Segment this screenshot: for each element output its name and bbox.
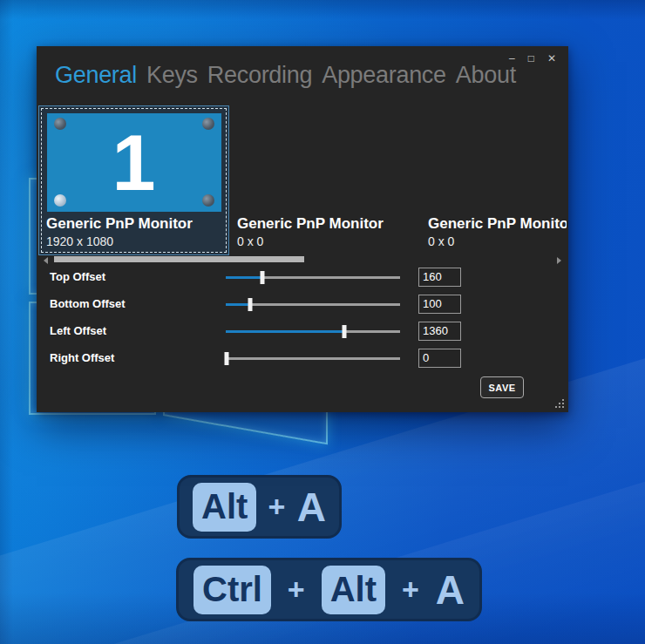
shortcut-badge-ctrl-alt-a: Ctrl + Alt + A (176, 558, 482, 621)
slider-thumb[interactable] (261, 271, 265, 284)
a-key-letter: A (297, 484, 326, 531)
monitor-number: 1 (47, 113, 221, 212)
save-button[interactable]: SAVE (480, 376, 524, 398)
screw-icon (202, 118, 214, 130)
window-controls: – □ ✕ (509, 53, 556, 64)
plus-separator: + (268, 490, 286, 524)
monitor-item-3[interactable]: Generic PnP Monitor 0 x 0 (420, 105, 567, 255)
monitor-resolution: 0 x 0 (421, 233, 567, 254)
alt-key: Alt (322, 566, 385, 614)
plus-separator: + (288, 573, 305, 607)
slider-track (226, 357, 400, 360)
right-offset-slider[interactable] (226, 351, 400, 365)
resize-grip-icon[interactable] (553, 397, 565, 409)
offset-label: Bottom Offset (50, 297, 226, 310)
tab-appearance[interactable]: Appearance (322, 62, 446, 89)
a-key-letter: A (436, 566, 465, 613)
monitor-name: Generic PnP Monitor (421, 215, 567, 233)
tab-about[interactable]: About (456, 62, 516, 89)
bottom-offset-input[interactable] (418, 295, 461, 314)
shortcut-badge-alt-a: Alt + A (177, 475, 342, 539)
settings-window: – □ ✕ General Keys Recording Appearance … (37, 46, 568, 412)
slider-fill (226, 276, 262, 279)
tab-bar: General Keys Recording Appearance About (55, 62, 516, 89)
slider-fill (226, 303, 250, 306)
slider-thumb[interactable] (343, 325, 347, 338)
maximize-icon[interactable]: □ (528, 53, 534, 64)
alt-key: Alt (193, 483, 256, 532)
left-offset-slider[interactable] (226, 324, 400, 338)
scroll-right-icon[interactable] (557, 257, 561, 264)
screw-icon (54, 118, 66, 130)
plus-separator: + (402, 573, 419, 607)
offset-label: Top Offset (50, 270, 226, 283)
slider-thumb[interactable] (248, 298, 253, 311)
offset-label: Left Offset (50, 324, 226, 337)
offset-controls: Top Offset Bottom Offset Left Offset (50, 263, 555, 371)
monitor-list: 1 Generic PnP Monitor 1920 x 1080 Generi… (38, 105, 567, 255)
right-offset-input[interactable] (418, 349, 461, 368)
top-offset-input[interactable] (418, 268, 461, 287)
offset-row-left: Left Offset (50, 317, 555, 344)
slider-fill (226, 330, 344, 333)
offset-row-top: Top Offset (50, 263, 555, 290)
screw-icon (202, 194, 214, 207)
monitor-name: Generic PnP Monitor (230, 215, 419, 233)
monitor-item-1[interactable]: 1 Generic PnP Monitor 1920 x 1080 (38, 105, 229, 255)
bottom-offset-slider[interactable] (226, 297, 400, 311)
offset-label: Right Offset (50, 351, 226, 364)
tab-recording[interactable]: Recording (207, 62, 312, 89)
slider-thumb[interactable] (225, 352, 229, 365)
offset-row-bottom: Bottom Offset (50, 290, 555, 317)
monitor-name: Generic PnP Monitor (39, 215, 228, 233)
tab-general[interactable]: General (55, 62, 137, 89)
monitor-item-2[interactable]: Generic PnP Monitor 0 x 0 (229, 105, 420, 255)
close-icon[interactable]: ✕ (547, 53, 556, 64)
scroll-left-icon[interactable] (44, 257, 48, 264)
monitor-resolution: 0 x 0 (230, 233, 419, 254)
screw-icon (54, 194, 66, 207)
tab-keys[interactable]: Keys (146, 62, 198, 89)
scrollbar-thumb[interactable] (54, 256, 304, 262)
monitor-thumbnail: 1 (47, 113, 221, 212)
monitor-resolution: 1920 x 1080 (39, 233, 228, 254)
ctrl-key: Ctrl (194, 566, 271, 614)
left-offset-input[interactable] (418, 322, 461, 341)
offset-row-right: Right Offset (50, 344, 555, 371)
top-offset-slider[interactable] (226, 270, 400, 284)
